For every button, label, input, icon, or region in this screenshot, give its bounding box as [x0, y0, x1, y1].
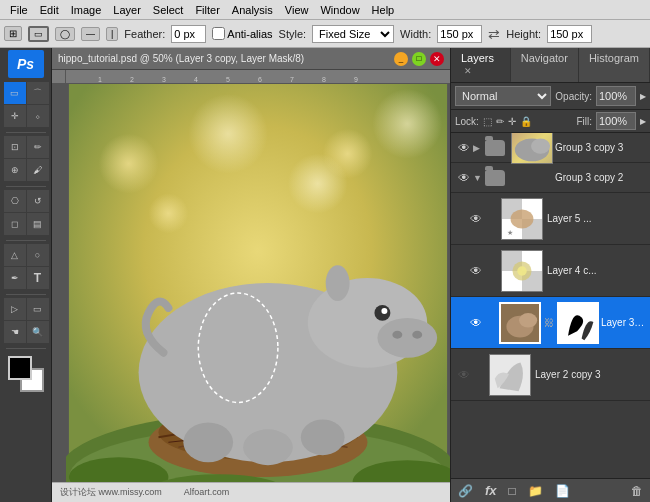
height-input[interactable]: [547, 25, 592, 43]
tab-navigator[interactable]: Navigator: [511, 48, 579, 82]
tool-mode-btn[interactable]: ⊞: [4, 26, 22, 41]
antialias-checkbox[interactable]: [212, 27, 225, 40]
marquee-ellipse-btn[interactable]: ◯: [55, 27, 75, 41]
thumb-layer3copy: [499, 302, 541, 344]
lock-paint-icon[interactable]: ✏: [496, 116, 504, 127]
svg-point-24: [326, 265, 350, 301]
svg-point-47: [519, 313, 537, 327]
menu-help[interactable]: Help: [366, 0, 401, 19]
menu-view[interactable]: View: [279, 0, 315, 19]
visibility-icon-layer5[interactable]: 👁: [467, 210, 485, 228]
width-input[interactable]: [437, 25, 482, 43]
svg-point-26: [243, 429, 293, 465]
layer-name-layer5: Layer 5 ...: [547, 213, 646, 224]
dodge-tool[interactable]: ○: [27, 244, 49, 266]
tab-layers[interactable]: Layers ✕: [451, 48, 511, 82]
visibility-icon-layer3copy[interactable]: 👁: [467, 314, 485, 332]
crop-tool[interactable]: ⊡: [4, 136, 26, 158]
color-swatches[interactable]: [8, 356, 44, 392]
foreground-color[interactable]: [8, 356, 32, 380]
folder-icon-group3copy3: [485, 140, 505, 156]
blend-mode-select[interactable]: Normal Multiply Screen Overlay: [455, 86, 551, 106]
hand-tool[interactable]: ☚: [4, 321, 26, 343]
stamp-tool[interactable]: ⎔: [4, 190, 26, 212]
path-select-tool[interactable]: ▷: [4, 298, 26, 320]
lasso-tool[interactable]: ⌒: [27, 82, 49, 104]
window-close-btn[interactable]: ✕: [430, 52, 444, 66]
visibility-icon-group3copy2[interactable]: 👁: [455, 169, 473, 187]
layer-list[interactable]: 👁 ▶ Group 3 copy 3 👁 ▼ Group 3 copy 2: [451, 133, 650, 478]
swap-dimensions-btn[interactable]: ⇄: [488, 26, 500, 42]
ruler-mark: 6: [258, 76, 290, 83]
layer-item-layer4c[interactable]: 👁 Layer 4 c...: [451, 245, 650, 297]
add-mask-btn[interactable]: □: [506, 484, 519, 498]
menu-select[interactable]: Select: [147, 0, 190, 19]
status-bar: 设计论坛 www.missy.com Alfoart.com: [52, 482, 450, 502]
menu-analysis[interactable]: Analysis: [226, 0, 279, 19]
chain-link-icon: ⛓: [544, 317, 554, 328]
zoom-tool[interactable]: 🔍: [27, 321, 49, 343]
opacity-arrow-icon[interactable]: ▶: [640, 92, 646, 101]
history-tool[interactable]: ↺: [27, 190, 49, 212]
magic-wand-tool[interactable]: ⬦: [27, 105, 49, 127]
text-tool[interactable]: T: [27, 267, 49, 289]
layer-item-layer3copy[interactable]: 👁 ⛓: [451, 297, 650, 349]
menu-window[interactable]: Window: [314, 0, 365, 19]
layer-item-group3copy2[interactable]: 👁 ▼ Group 3 copy 2: [451, 163, 650, 193]
feather-input[interactable]: [171, 25, 206, 43]
opacity-input[interactable]: [596, 86, 636, 106]
lock-transparent-icon[interactable]: ⬚: [483, 116, 492, 127]
menu-file[interactable]: File: [4, 0, 34, 19]
eyedropper-tool[interactable]: ✏: [27, 136, 49, 158]
blend-row: Normal Multiply Screen Overlay Opacity: …: [451, 83, 650, 110]
fill-input[interactable]: [596, 112, 636, 130]
style-select[interactable]: Fixed Size Normal Fixed Ratio: [312, 25, 394, 43]
window-minimize-btn[interactable]: _: [394, 52, 408, 66]
style-label: Style:: [279, 28, 307, 40]
layer-item-layer2copy3[interactable]: 👁 Layer 2 copy 3: [451, 349, 650, 401]
tab-histogram[interactable]: Histogram: [579, 48, 650, 82]
tool-divider-2: [6, 186, 46, 187]
folder-icon-group3copy2: [485, 170, 505, 186]
ruler-mark: 1: [98, 76, 130, 83]
link-layers-btn[interactable]: 🔗: [455, 484, 476, 498]
menu-image[interactable]: Image: [65, 0, 108, 19]
layer-item-layer5[interactable]: 👁 ★ Layer 5 ...: [451, 193, 650, 245]
marquee-row-btn[interactable]: —: [81, 27, 100, 41]
fill-arrow-icon[interactable]: ▶: [640, 117, 646, 126]
ruler-mark: 4: [194, 76, 226, 83]
layers-tab-close[interactable]: ✕: [464, 66, 472, 76]
shape-tool[interactable]: ▭: [27, 298, 49, 320]
marquee-tool[interactable]: ▭: [4, 82, 26, 104]
layer-name-group3copy2: Group 3 copy 2: [555, 172, 646, 183]
window-maximize-btn[interactable]: □: [412, 52, 426, 66]
panel-bottom: 🔗 fx □ 📁 📄 🗑: [451, 478, 650, 502]
visibility-icon-layer2copy3[interactable]: 👁: [455, 366, 473, 384]
menu-layer[interactable]: Layer: [107, 0, 147, 19]
menu-filter[interactable]: Filter: [189, 0, 225, 19]
new-group-btn[interactable]: 📁: [525, 484, 546, 498]
marquee-rect-btn[interactable]: ▭: [28, 26, 49, 42]
lock-all-icon[interactable]: 🔒: [520, 116, 532, 127]
expand-icon-group3copy3[interactable]: ▶: [473, 143, 485, 153]
pen-tool[interactable]: ✒: [4, 267, 26, 289]
canvas-image[interactable]: Alfoart.com: [66, 84, 450, 502]
menu-edit[interactable]: Edit: [34, 0, 65, 19]
visibility-icon-layer4c[interactable]: 👁: [467, 262, 485, 280]
marquee-col-btn[interactable]: |: [106, 27, 118, 41]
delete-layer-btn[interactable]: 🗑: [628, 484, 646, 498]
layer-style-btn[interactable]: fx: [482, 483, 500, 498]
new-layer-btn[interactable]: 📄: [552, 484, 573, 498]
visibility-icon-group3copy3[interactable]: 👁: [455, 139, 473, 157]
move-tool[interactable]: ✛: [4, 105, 26, 127]
gradient-tool[interactable]: ▤: [27, 213, 49, 235]
healing-tool[interactable]: ⊕: [4, 159, 26, 181]
layer-item-group3copy3[interactable]: 👁 ▶ Group 3 copy 3: [451, 133, 650, 163]
stamp-tools: ⎔ ↺ ◻ ▤: [4, 190, 48, 235]
width-label: Width:: [400, 28, 431, 40]
lock-position-icon[interactable]: ✛: [508, 116, 516, 127]
blur-tool[interactable]: △: [4, 244, 26, 266]
eraser-tool[interactable]: ◻: [4, 213, 26, 235]
expand-icon-group3copy2[interactable]: ▼: [473, 173, 485, 183]
brush-tool[interactable]: 🖌: [27, 159, 49, 181]
